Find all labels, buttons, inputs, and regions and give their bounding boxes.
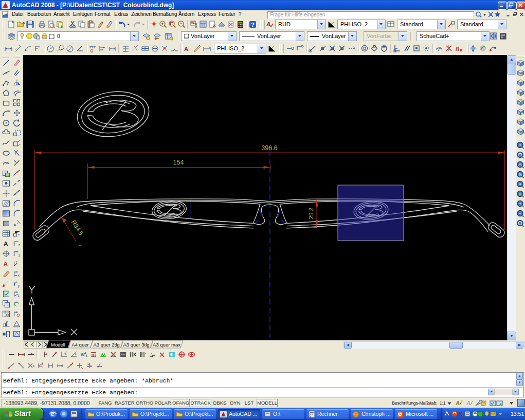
svg-text:y: y (18, 284, 20, 288)
svg-text:A: A (4, 261, 8, 268)
svg-text:A: A (4, 240, 9, 248)
svg-text:0: 0 (57, 33, 60, 39)
svg-text:Modell: Modell (51, 342, 65, 348)
svg-text:A: A (466, 400, 470, 406)
svg-text:A: A (184, 46, 188, 52)
svg-text:3: 3 (19, 253, 21, 257)
svg-text:396.6: 396.6 (261, 144, 277, 152)
svg-text:z: z (18, 294, 20, 297)
svg-text:K: K (459, 411, 463, 418)
svg-text:Q: Q (90, 48, 93, 53)
svg-text:e: e (51, 411, 54, 417)
svg-text:A3 quer 2tlg: A3 quer 2tlg (93, 342, 119, 348)
svg-text:25.2: 25.2 (308, 208, 314, 219)
svg-text:A: A (266, 21, 270, 27)
svg-text:z: z (19, 243, 21, 247)
svg-text:154: 154 (173, 159, 184, 166)
svg-text:x: x (18, 273, 20, 277)
svg-text:A3 quer max: A3 quer max (153, 342, 180, 348)
svg-text:R34.5: R34.5 (70, 219, 85, 237)
svg-text:A4 quer: A4 quer (71, 342, 88, 348)
svg-text:n: n (456, 45, 459, 52)
svg-text:A: A (455, 400, 460, 406)
svg-text:A3 quer 3tlg: A3 quer 3tlg (123, 342, 149, 348)
svg-text:?: ? (251, 22, 255, 28)
svg-text:w: w (80, 352, 85, 357)
svg-text:%: % (519, 173, 522, 176)
